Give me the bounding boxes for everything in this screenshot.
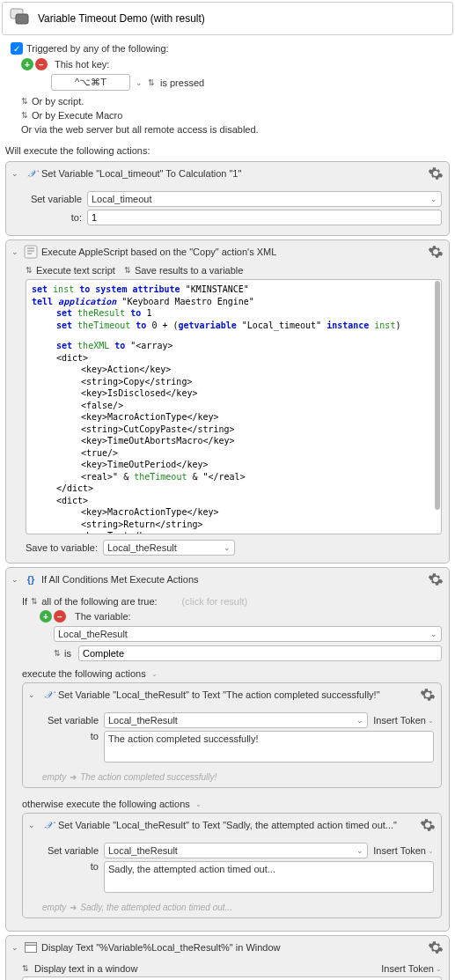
arrow-right-icon: ➜ (70, 903, 77, 912)
action-title: Execute AppleScript based on the "Copy" … (41, 247, 424, 257)
trigger-header: ✓ Triggered by any of the following: (7, 41, 448, 56)
click-for-result-label[interactable]: (click for result) (182, 596, 248, 607)
macro-icon (8, 6, 33, 31)
save-results-label: Save results to a variable (135, 265, 244, 276)
action-execute-applescript[interactable]: ⌄ Execute AppleScript based on the "Copy… (5, 239, 450, 564)
disclosure-icon[interactable]: ⌄ (28, 821, 37, 829)
chevron-down-icon[interactable]: ⌄ (151, 670, 158, 678)
action-set-variable-timeout[interactable]: ⌄ 𝒳 Set Variable "Local_timeout" To Calc… (5, 161, 450, 236)
triggers-section: ✓ Triggered by any of the following: + −… (0, 37, 455, 140)
is-value-input[interactable] (78, 645, 442, 661)
svg-rect-4 (26, 943, 37, 946)
to-value-input[interactable] (87, 210, 442, 225)
set-variable-label: Set variable (26, 194, 82, 204)
action-title: Set Variable "Local_theResult" to Text "… (58, 820, 416, 830)
save-mode-stepper-icon[interactable]: ⇅ (124, 266, 131, 275)
disclosure-icon[interactable]: ⌄ (11, 247, 20, 256)
action-title: Display Text "%Variable%Local_theResult%… (41, 942, 424, 953)
will-execute-label: Will execute the following actions: (0, 140, 455, 158)
disclosure-icon[interactable]: ⌄ (11, 169, 20, 178)
hotkey-popup-icon[interactable]: ⌄ (136, 78, 143, 87)
insert-token-button[interactable]: Insert Token⌄ (381, 963, 442, 974)
trigger-header-label: Triggered by any of the following: (26, 43, 169, 54)
display-label: Display text in a window (34, 963, 137, 974)
action-if-conditions[interactable]: ⌄ {} If All Conditions Met Execute Actio… (5, 567, 450, 932)
script-textarea[interactable]: set inst to system attribute "KMINSTANCE… (26, 279, 442, 534)
variable-name-combo[interactable]: Local_theResult⌄ (104, 843, 368, 858)
variable-icon: 𝒳 (40, 818, 55, 832)
is-stepper-icon[interactable]: ⇅ (54, 649, 61, 658)
arrow-right-icon: ➜ (70, 772, 77, 782)
display-mode-stepper-icon[interactable]: ⇅ (22, 964, 29, 973)
to-label: to (42, 861, 99, 872)
empty-label: empty (42, 903, 66, 912)
remove-trigger-button[interactable]: − (35, 58, 48, 70)
insert-token-button[interactable]: Insert Token⌄ (373, 715, 434, 726)
svg-rect-1 (16, 14, 28, 24)
macro-title-input[interactable] (38, 12, 447, 25)
empty-label: empty (42, 772, 66, 782)
gear-icon[interactable] (428, 244, 444, 260)
macro-stepper-icon[interactable]: ⇅ (21, 111, 28, 120)
disclosure-icon[interactable]: ⌄ (11, 943, 20, 952)
is-pressed-label: is pressed (160, 77, 204, 88)
if-mode-stepper-icon[interactable]: ⇅ (31, 597, 38, 606)
to-value-input[interactable]: The action completed successfully! (104, 731, 434, 763)
variable-name-combo[interactable]: Local_timeout⌄ (87, 191, 442, 207)
save-to-label: Save to variable: (26, 542, 98, 553)
macro-header (2, 2, 453, 35)
the-variable-label: The variable: (75, 611, 131, 622)
otherwise-label: otherwise execute the following actions (22, 799, 190, 809)
script-stepper-icon[interactable]: ⇅ (21, 97, 28, 106)
action-title: If All Conditions Met Execute Actions (41, 574, 424, 585)
set-variable-label: Set variable (42, 845, 99, 856)
remove-condition-button[interactable]: − (54, 610, 66, 623)
gear-icon[interactable] (428, 166, 444, 181)
trigger-enabled-checkbox[interactable]: ✓ (11, 42, 23, 55)
gear-icon[interactable] (420, 687, 436, 703)
or-via-web: Or via the web server but all remote acc… (21, 124, 259, 135)
scrollbar[interactable] (435, 281, 440, 510)
is-label: is (64, 648, 71, 659)
empty-result: The action completed successfully! (80, 772, 216, 782)
braces-icon: {} (24, 572, 38, 586)
variable-name-combo[interactable]: Local_theResult⌄ (104, 712, 368, 728)
all-following-label: all of the following are true: (41, 596, 157, 607)
condition-variable-combo[interactable]: Local_theResult⌄ (54, 626, 442, 642)
hotkey-field[interactable]: ^⌥⌘T (51, 74, 130, 91)
set-variable-label: Set variable (42, 715, 99, 726)
gear-icon[interactable] (428, 939, 444, 955)
gear-icon[interactable] (428, 571, 444, 587)
add-condition-button[interactable]: + (40, 610, 52, 623)
execute-text-script-label: Execute text script (36, 265, 115, 276)
hotkey-label: This hot key: (55, 59, 109, 70)
to-label: to: (26, 212, 82, 223)
insert-token-button[interactable]: Insert Token⌄ (373, 845, 434, 856)
add-trigger-button[interactable]: + (21, 58, 33, 70)
add-remove-triggers: + − (21, 58, 48, 70)
disclosure-icon[interactable]: ⌄ (11, 575, 20, 584)
chevron-down-icon[interactable]: ⌄ (195, 800, 202, 808)
applescript-icon (24, 245, 38, 259)
or-by-script: Or by script. (32, 96, 84, 107)
action-display-text[interactable]: ⌄ Display Text "%Variable%Local_theResul… (5, 935, 450, 980)
execute-actions-label: execute the following actions (22, 668, 146, 679)
is-pressed-stepper-icon[interactable]: ⇅ (148, 78, 155, 87)
to-value-input[interactable]: Sadly, the attempted action timed out... (104, 861, 434, 893)
display-text-textarea[interactable]: %Variable%Local_theResult% (22, 976, 442, 980)
save-to-variable-combo[interactable]: Local_theResult⌄ (103, 540, 235, 556)
action-title: Set Variable "Local_theResult" to Text "… (58, 689, 416, 700)
else-action-set-variable[interactable]: ⌄ 𝒳 Set Variable "Local_theResult" to Te… (22, 813, 442, 918)
svg-rect-2 (25, 246, 37, 258)
then-action-set-variable[interactable]: ⌄ 𝒳 Set Variable "Local_theResult" to Te… (22, 682, 442, 788)
or-by-macro: Or by Execute Macro (32, 110, 122, 121)
empty-result: Sadly, the attempted action timed out... (80, 903, 232, 912)
window-icon (24, 940, 38, 954)
variable-icon: 𝒳 (24, 166, 38, 181)
gear-icon[interactable] (420, 817, 436, 833)
disclosure-icon[interactable]: ⌄ (28, 690, 37, 699)
hotkey-row: ^⌥⌘T ⌄ ⇅ is pressed (7, 70, 448, 94)
variable-icon: 𝒳 (40, 688, 55, 702)
action-title: Set Variable "Local_timeout" To Calculat… (41, 168, 424, 179)
script-type-stepper-icon[interactable]: ⇅ (26, 266, 33, 275)
